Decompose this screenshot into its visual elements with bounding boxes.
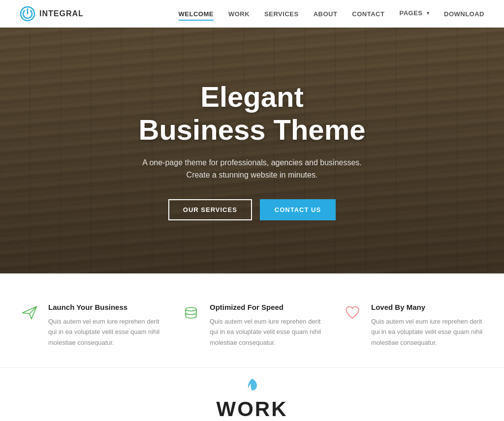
nav-item-welcome[interactable]: WELCOME xyxy=(179,9,214,19)
chevron-down-icon: ▾ xyxy=(427,10,430,16)
feature-loved-desc: Quis autem vel eum iure reprehen derit q… xyxy=(371,316,484,348)
feature-speed-desc: Quis autem vel eum iure reprehen derit q… xyxy=(210,316,323,348)
nav-item-pages[interactable]: PAGES ▾ xyxy=(399,9,429,19)
hero-section: Elegant Business Theme A one-page theme … xyxy=(0,28,504,273)
nav-item-services[interactable]: SERVICES xyxy=(264,9,299,19)
heart-icon xyxy=(343,303,362,323)
feature-launch-text: Launch Your Business Quis autem vel eum … xyxy=(48,303,161,348)
feature-launch: Launch Your Business Quis autem vel eum … xyxy=(20,303,161,348)
nav-item-contact[interactable]: CONTACT xyxy=(352,9,384,19)
our-services-button[interactable]: OUR SERVICES xyxy=(168,199,252,220)
nav-link-work[interactable]: WORK xyxy=(228,10,250,20)
leaf-icon xyxy=(20,378,484,393)
feature-speed: Optimized For Speed Quis autem vel eum i… xyxy=(181,303,323,348)
features-section: Launch Your Business Quis autem vel eum … xyxy=(0,273,504,367)
paper-plane-icon xyxy=(20,303,39,323)
work-title: WORK xyxy=(20,397,484,421)
feature-loved-title: Loved By Many xyxy=(371,303,484,311)
nav-item-about[interactable]: ABOUT xyxy=(314,9,338,19)
logo-icon xyxy=(20,6,35,22)
feature-speed-title: Optimized For Speed xyxy=(210,303,323,311)
nav-link-welcome[interactable]: WELCOME xyxy=(179,10,214,21)
database-icon xyxy=(181,303,201,323)
feature-launch-title: Launch Your Business xyxy=(48,303,161,311)
logo[interactable]: INTEGRAL xyxy=(20,6,84,22)
hero-content: Elegant Business Theme A one-page theme … xyxy=(129,81,376,220)
nav-item-work[interactable]: WORK xyxy=(228,9,250,19)
nav-links: WELCOME WORK SERVICES ABOUT CONTACT PAGE… xyxy=(179,9,484,19)
nav-item-download[interactable]: DOWNLOAD xyxy=(444,9,484,19)
hero-title: Elegant Business Theme xyxy=(139,81,366,146)
hero-buttons: OUR SERVICES CONTACT US xyxy=(139,199,366,220)
feature-speed-text: Optimized For Speed Quis autem vel eum i… xyxy=(210,303,323,348)
svg-point-3 xyxy=(186,307,196,311)
nav-link-contact[interactable]: CONTACT xyxy=(352,10,384,20)
work-section: WORK Donec nec justo eget felis facilisi… xyxy=(0,367,504,421)
feature-launch-desc: Quis autem vel eum iure reprehen derit q… xyxy=(48,316,161,348)
nav-link-about[interactable]: ABOUT xyxy=(314,10,338,20)
nav-link-services[interactable]: SERVICES xyxy=(264,10,299,20)
nav-link-pages[interactable]: PAGES ▾ xyxy=(399,9,429,19)
contact-us-button[interactable]: CONTACT US xyxy=(260,199,336,220)
navbar: INTEGRAL WELCOME WORK SERVICES ABOUT CON… xyxy=(0,0,504,28)
feature-loved: Loved By Many Quis autem vel eum iure re… xyxy=(343,303,484,348)
brand-name: INTEGRAL xyxy=(39,9,84,18)
hero-subtitle: A one-page theme for professionals, agen… xyxy=(139,156,366,181)
nav-link-download[interactable]: DOWNLOAD xyxy=(444,10,484,20)
feature-loved-text: Loved By Many Quis autem vel eum iure re… xyxy=(371,303,484,348)
